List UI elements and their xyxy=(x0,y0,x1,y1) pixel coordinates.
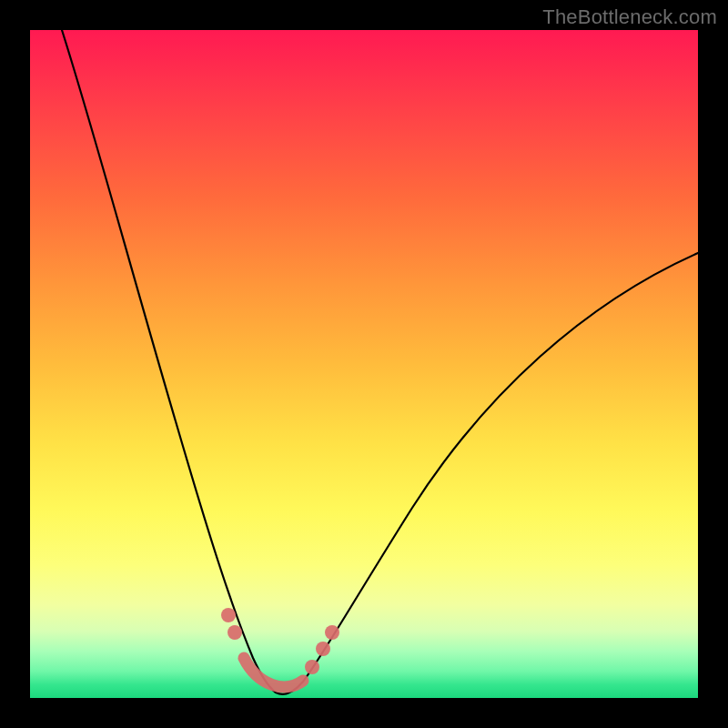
bottleneck-curve xyxy=(62,30,698,694)
marker-dot xyxy=(228,625,242,640)
marker-dot xyxy=(316,642,330,656)
chart-outer-frame: TheBottleneck.com xyxy=(0,0,728,728)
bottleneck-curve-svg xyxy=(30,30,698,698)
marker-dot xyxy=(305,660,319,674)
marker-dot xyxy=(221,608,236,622)
marker-trough xyxy=(244,658,303,687)
chart-plot-area xyxy=(30,30,698,698)
watermark-text: TheBottleneck.com xyxy=(542,5,717,29)
curve-path xyxy=(62,30,698,694)
marker-dot xyxy=(325,625,339,640)
